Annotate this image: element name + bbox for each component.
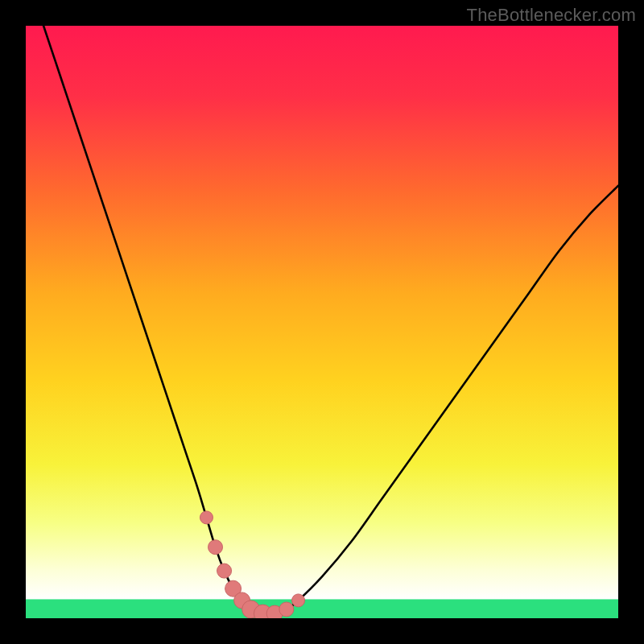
curve-marker bbox=[200, 511, 213, 524]
green-band-rect bbox=[26, 599, 618, 618]
outer-frame: TheBottlenecker.com bbox=[0, 0, 644, 644]
attribution-text: TheBottlenecker.com bbox=[467, 5, 636, 26]
green-band bbox=[26, 599, 618, 618]
curve-marker bbox=[217, 564, 232, 578]
plot-area bbox=[26, 26, 618, 618]
curve-marker bbox=[292, 594, 305, 607]
gradient-background bbox=[26, 26, 618, 618]
curve-marker bbox=[208, 540, 223, 555]
curve-marker bbox=[279, 602, 294, 617]
chart-svg bbox=[26, 26, 618, 618]
